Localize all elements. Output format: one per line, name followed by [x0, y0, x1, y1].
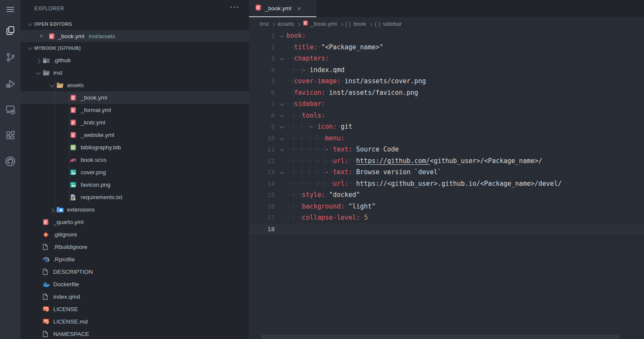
tree-item-dockerfile[interactable]: Dockerfile — [21, 278, 249, 291]
fold-chevron-icon[interactable] — [277, 53, 286, 64]
breadcrumb-item--book-yml[interactable]: _book.yml — [303, 20, 337, 27]
tree-item-inst[interactable]: inst — [21, 67, 249, 79]
file-icon — [43, 331, 52, 337]
license-icon — [43, 318, 52, 325]
code-line-3[interactable]: 3··chapters: — [249, 53, 644, 64]
activity-run-debug-icon[interactable] — [0, 74, 21, 93]
breadcrumb-item-book[interactable]: { }book — [346, 21, 366, 27]
tree-item-label: DESCRIPTION — [53, 269, 93, 275]
fold-chevron-icon[interactable] — [277, 133, 286, 144]
tab-book-yml[interactable]: _book.yml × — [249, 0, 316, 17]
file-icon — [43, 244, 52, 250]
tree-item-label: .github — [53, 57, 71, 64]
code-line-1[interactable]: 1book: — [249, 30, 644, 42]
tree-item-license-md[interactable]: LICENSE.md — [21, 315, 249, 328]
close-icon[interactable]: × — [298, 5, 301, 12]
tree-item--gitignore[interactable]: .gitignore — [21, 228, 249, 241]
tree-indent-guide — [69, 91, 70, 203]
code-text: ··········-·text:·Browse·version·`devel` — [286, 166, 441, 178]
code-line-13[interactable]: 13··········-·text:·Browse·version·`deve… — [249, 166, 644, 178]
code-text: ············url:··https://<github_user>.… — [286, 178, 562, 190]
tree-item--github[interactable]: .github — [21, 54, 249, 67]
tree-item-label: cover.png — [81, 169, 106, 176]
line-number: 13 — [249, 166, 275, 178]
activity-github-icon[interactable] — [0, 152, 21, 171]
fold-chevron-icon[interactable] — [277, 166, 286, 178]
sidebar-title: EXPLORER — [34, 6, 64, 12]
code-line-12[interactable]: 12············url:··https://github.com/<… — [249, 155, 644, 167]
open-editors-section-header[interactable]: OPEN EDITORS — [21, 18, 249, 30]
yaml-icon — [43, 219, 52, 225]
close-icon[interactable]: × — [38, 33, 45, 39]
tree-item-label: assets — [67, 82, 84, 88]
tree-item-label: LICENSE — [53, 306, 78, 312]
text-icon — [70, 194, 79, 201]
code-line-7[interactable]: 7··sidebar: — [249, 98, 644, 110]
breadcrumb-item-assets[interactable]: assets — [277, 21, 294, 27]
code-line-9[interactable]: 9······-·icon:·git — [249, 121, 644, 133]
code-line-17[interactable]: 17····collapse-level:·5 — [249, 212, 644, 224]
tree-item-license[interactable]: LICENSE — [21, 303, 249, 315]
open-editor-item-book-yml[interactable]: × _book.yml inst/assets — [21, 30, 249, 42]
fold-chevron-icon[interactable] — [277, 144, 286, 155]
chevron-down-icon[interactable] — [34, 71, 43, 75]
fold-chevron-icon[interactable] — [277, 30, 286, 42]
workspace-section-header[interactable]: MYBOOK [GITHUB] — [21, 42, 249, 54]
code-line-10[interactable]: 10··········menu: — [249, 133, 644, 144]
activity-explorer-icon[interactable] — [0, 21, 21, 40]
code-line-6[interactable]: 6··favicon:·inst/assets/favicon.png — [249, 87, 644, 99]
code-line-11[interactable]: 11··········-·text:·Source·Code — [249, 144, 644, 155]
code-line-18[interactable]: 18 — [249, 224, 644, 235]
tree-item-label: _book.yml — [81, 94, 107, 101]
line-number: 16 — [249, 201, 275, 212]
code-line-15[interactable]: 15····style:·"docked" — [249, 189, 644, 201]
tree-item--quarto-yml[interactable]: _quarto.yml — [21, 216, 249, 228]
breadcrumb-item-sidebar[interactable]: { }sidebar — [375, 21, 402, 27]
chevron-right-icon[interactable] — [48, 208, 56, 212]
activity-source-control-icon[interactable] — [0, 48, 21, 67]
fold-chevron-icon[interactable] — [277, 98, 286, 110]
tree-item-label: inst — [53, 70, 62, 76]
code-line-4[interactable]: 4····-·index.qmd — [249, 64, 644, 76]
tree-item-label: _quarto.yml — [53, 219, 84, 225]
code-editor[interactable]: 1book:2··title:·"<Package_name>"3··chapt… — [249, 30, 644, 235]
tree-item-namespace[interactable]: NAMESPACE — [21, 328, 249, 339]
code-text: ··········-·text:·Source·Code — [286, 144, 399, 155]
code-line-14[interactable]: 14············url:··https://<github_user… — [249, 178, 644, 190]
tree-item-index-qmd[interactable]: index.qmd — [21, 291, 249, 303]
file-icon — [43, 269, 52, 275]
activity-extensions-icon[interactable] — [0, 126, 21, 145]
fold-chevron-icon[interactable] — [277, 121, 286, 133]
editor-area: _book.yml × instassets_book.yml{ }book{ … — [249, 0, 644, 339]
svg-text:R: R — [45, 257, 48, 262]
chevron-down-icon — [27, 22, 33, 26]
tree-item-label: .gitignore — [53, 231, 77, 238]
fold-chevron-icon[interactable] — [277, 110, 286, 121]
code-line-2[interactable]: 2··title:·"<Package_name>" — [249, 42, 644, 53]
chevron-right-icon[interactable] — [34, 59, 43, 62]
tree-item--rprofile[interactable]: R.Rprofile — [21, 253, 249, 266]
chevron-down-icon[interactable] — [48, 84, 56, 87]
yaml-icon — [70, 119, 79, 126]
code-text: book: — [286, 30, 306, 42]
docker-icon — [43, 281, 52, 287]
menu-icon[interactable] — [0, 0, 21, 19]
folder-assets-icon — [56, 82, 66, 88]
tree-item-label: .Rbuildignore — [53, 244, 88, 250]
line-number: 10 — [249, 133, 275, 144]
tree-item--rbuildignore[interactable]: .Rbuildignore — [21, 241, 249, 253]
code-line-8[interactable]: 8····tools: — [249, 110, 644, 121]
code-text: ··········menu: — [286, 133, 344, 144]
tree-item-description[interactable]: DESCRIPTION — [21, 266, 249, 278]
more-actions-icon[interactable]: ··· — [230, 3, 240, 11]
breadcrumb-separator-icon — [340, 21, 343, 27]
horizontal-scrollbar[interactable] — [261, 335, 620, 339]
breadcrumb-separator-icon — [297, 21, 300, 27]
sidebar-header: EXPLORER ··· — [21, 0, 249, 17]
line-number: 9 — [249, 121, 275, 133]
code-line-5[interactable]: 5··cover-image:·inst/assets/cover.png — [249, 76, 644, 87]
code-line-16[interactable]: 16····background:·"light" — [249, 201, 644, 212]
breadcrumb-item-inst[interactable]: inst — [260, 21, 269, 27]
activity-remote-explorer-icon[interactable] — [0, 100, 21, 119]
breadcrumb-separator-icon — [272, 21, 274, 27]
